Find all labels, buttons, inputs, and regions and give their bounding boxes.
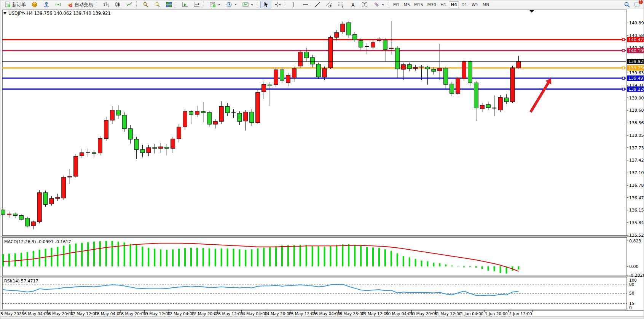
timeframe-m30[interactable]: M30 [426, 1, 438, 8]
svg-text:A: A [351, 2, 355, 8]
zoom-out-icon [154, 2, 160, 8]
zoom-in-icon [142, 2, 148, 8]
label-tool[interactable]: T [359, 1, 370, 8]
cursor-tool-button[interactable] [260, 1, 271, 8]
crosshair-tool-button[interactable] [272, 1, 283, 8]
toolbar: 新订单 自动交易 [0, 0, 644, 9]
chart-canvas[interactable]: 140.895140.580140.265139.950139.630139.3… [0, 9, 644, 316]
svg-text:18 May 04:00: 18 May 04:00 [94, 311, 122, 316]
timeframe-group: M1M5M15M30H1H4D1W1MN [391, 1, 491, 8]
chart-shift-icon [193, 2, 200, 8]
crosshair-icon [274, 2, 281, 8]
timeframe-m5[interactable]: M5 [402, 1, 412, 8]
market-watch-icon [31, 2, 38, 8]
bar-chart-button[interactable] [100, 1, 111, 8]
svg-text:1 Jun 04:00: 1 Jun 04:00 [461, 311, 483, 316]
timeframe-m1[interactable]: M1 [391, 1, 402, 8]
svg-text:28 May 23:00: 28 May 23:00 [337, 311, 364, 316]
candlestick-icon [114, 2, 121, 8]
periods-button[interactable] [223, 1, 239, 8]
notification-badge: 1 [638, 0, 643, 5]
new-chart-icon [209, 2, 216, 8]
svg-text:30 May 20:00: 30 May 20:00 [410, 311, 437, 316]
svg-text:140.895: 140.895 [629, 21, 644, 26]
separator [97, 1, 99, 8]
svg-text:2 Jun 12:00: 2 Jun 12:00 [509, 311, 532, 316]
chart-shift-button[interactable] [191, 1, 202, 8]
arrows-tool[interactable] [371, 1, 386, 8]
horizontal-line-tool[interactable] [300, 1, 311, 8]
trendline-tool[interactable] [312, 1, 323, 8]
channel-tool[interactable]: E [324, 1, 335, 8]
auto-trading-label: 自动交易 [75, 2, 93, 8]
svg-text:16 May 20:00: 16 May 20:00 [46, 311, 73, 316]
svg-text:135.840: 135.840 [629, 220, 644, 225]
svg-text:25 May 12:00: 25 May 12:00 [289, 311, 316, 316]
text-label-icon: T [361, 2, 368, 8]
tile-windows-button[interactable] [163, 1, 174, 8]
svg-text:139.000: 139.000 [629, 96, 644, 101]
fibonacci-tool[interactable]: F [335, 1, 346, 8]
svg-text:23 May 12:00: 23 May 12:00 [216, 311, 243, 316]
line-chart-button[interactable] [124, 1, 135, 8]
timeframe-w1[interactable]: W1 [470, 1, 480, 8]
candlestick-button[interactable] [112, 1, 123, 8]
clock-icon [226, 2, 232, 8]
market-watch-button[interactable] [29, 1, 40, 8]
horizontal-line-icon [302, 2, 309, 8]
svg-text:139.756: 139.756 [628, 66, 644, 71]
vertical-line-tool[interactable] [288, 1, 299, 8]
zoom-out-button[interactable] [151, 1, 163, 8]
templates-button[interactable] [240, 1, 255, 8]
timeframe-h1[interactable]: H1 [438, 1, 448, 8]
text-icon: A [349, 2, 356, 8]
text-tool[interactable]: A [347, 1, 358, 8]
timeframe-mn[interactable]: MN [481, 1, 491, 8]
auto-trading-button[interactable]: 自动交易 [64, 1, 95, 8]
svg-text:30 May 04:00: 30 May 04:00 [386, 311, 413, 316]
auto-scroll-button[interactable] [179, 1, 190, 8]
svg-text:1 Jun 20:00: 1 Jun 20:00 [485, 311, 508, 316]
svg-text:137.420: 137.420 [629, 158, 644, 163]
template-icon [242, 2, 249, 8]
new-order-label: 新订单 [12, 2, 26, 8]
svg-text:137.100: 137.100 [629, 170, 644, 175]
svg-text:137.735: 137.735 [629, 146, 644, 151]
svg-text:29 May 12:00: 29 May 12:00 [361, 311, 389, 316]
new-chart-button[interactable] [207, 1, 223, 8]
auto-trading-icon [67, 2, 73, 8]
chart-area[interactable]: 140.895140.580140.265139.950139.630139.3… [0, 9, 644, 316]
trading-platform-window: 新订单 自动交易 [0, 0, 644, 319]
tile-windows-icon [166, 2, 172, 8]
chat-icon[interactable]: 1 [634, 2, 641, 8]
separator [136, 1, 138, 8]
svg-text:19 May 12:00: 19 May 12:00 [143, 311, 170, 316]
signal-button[interactable] [53, 1, 64, 8]
svg-text:18 May 20:00: 18 May 20:00 [119, 311, 146, 316]
svg-text:22 May 20:00: 22 May 20:00 [191, 311, 219, 316]
bar-chart-icon [102, 2, 109, 8]
svg-text:17 May 12:00: 17 May 12:00 [70, 311, 97, 316]
dropdown-caret [382, 4, 384, 5]
timeframe-h4[interactable]: H4 [449, 1, 459, 8]
timeframe-d1[interactable]: D1 [459, 1, 469, 8]
accounts-button[interactable] [41, 1, 52, 8]
timeframe-m15[interactable]: M15 [412, 1, 425, 8]
search-icon[interactable] [624, 2, 630, 8]
fibonacci-icon: F [338, 2, 344, 8]
zoom-in-button[interactable] [140, 1, 151, 8]
line-chart-icon [126, 2, 132, 8]
svg-text:22 May 04:00: 22 May 04:00 [167, 311, 194, 316]
svg-text:15 May 2023: 15 May 2023 [0, 311, 24, 316]
new-order-button[interactable]: 新订单 [2, 1, 28, 8]
svg-text:138.365: 138.365 [629, 120, 644, 125]
separator [257, 1, 259, 8]
svg-text:100: 100 [629, 278, 637, 282]
toolbar-right: 1 [624, 2, 643, 8]
svg-text:139.921: 139.921 [628, 59, 644, 64]
svg-text:140.195: 140.195 [628, 48, 644, 53]
separator [285, 1, 287, 8]
svg-text:50: 50 [629, 291, 634, 295]
svg-text:24 May 20:00: 24 May 20:00 [264, 311, 292, 316]
arrows-icon [373, 2, 379, 8]
